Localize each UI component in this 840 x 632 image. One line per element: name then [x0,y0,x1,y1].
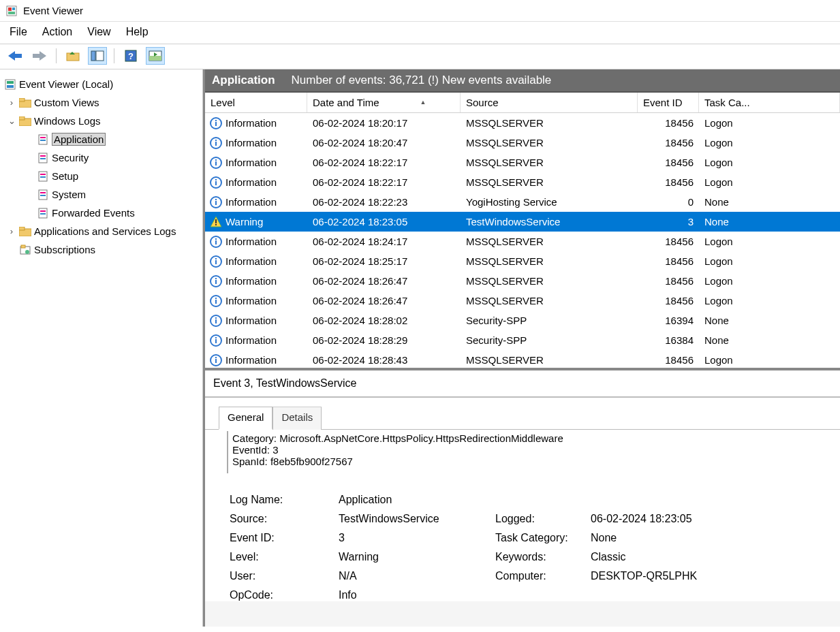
back-button[interactable] [5,47,25,65]
cell-event-id: 16394 [638,315,699,326]
show-tree-button[interactable] [88,47,107,65]
expand-icon[interactable]: › [7,97,16,108]
tree-item[interactable]: Security [1,148,201,167]
svg-rect-73 [215,319,217,323]
expand-icon[interactable]: ⌄ [7,116,16,126]
event-row[interactable]: Information06-02-2024 18:22:17MSSQLSERVE… [205,172,840,192]
svg-rect-47 [215,140,217,141]
message-line: Category: Microsoft.AspNetCore.HttpsPoli… [232,432,840,444]
tree-label: Security [52,152,89,163]
col-task[interactable]: Task Ca... [699,93,840,112]
expand-icon[interactable]: › [7,226,16,236]
label-source: Source: [230,513,339,525]
svg-rect-9 [96,51,104,61]
cell-task: Logon [699,176,840,188]
value-event-id: 3 [339,532,495,544]
tree-item[interactable]: Subscriptions [1,240,201,259]
event-row[interactable]: Information06-02-2024 18:26:47MSSQLSERVE… [205,291,840,311]
event-grid[interactable]: Level Date and Time▲ Source Event ID Tas… [205,93,840,370]
sort-indicator-icon: ▲ [420,99,426,106]
tree-item[interactable]: ›Applications and Services Logs [1,222,201,240]
cell-task: None [699,334,840,346]
menu-file[interactable]: File [10,26,27,38]
window-title: Event Viewer [23,5,83,16]
cell-event-id: 18456 [638,275,699,287]
label-user: User: [230,570,339,582]
label-event-id: Event ID: [230,532,339,544]
info-icon [209,156,223,170]
cell-source: MSSQLSERVER [461,255,638,267]
cell-level: Information [225,334,277,346]
svg-rect-35 [40,210,46,212]
svg-rect-62 [215,238,217,240]
event-row[interactable]: Information06-02-2024 18:20:47MSSQLSERVE… [205,133,840,153]
label-opcode: OpCode: [230,589,339,601]
col-date[interactable]: Date and Time▲ [307,93,461,112]
cell-date: 06-02-2024 18:28:02 [307,315,461,326]
svg-rect-40 [21,245,25,248]
value-keywords: Classic [591,551,768,563]
menu-action[interactable]: Action [42,26,72,38]
cell-source: MSSQLSERVER [461,236,638,247]
forward-button[interactable] [30,47,49,65]
preview-pane-button[interactable] [146,47,165,65]
event-row[interactable]: Information06-02-2024 18:22:23YogiHostin… [205,192,840,212]
cell-level: Information [225,176,277,188]
svg-rect-65 [215,258,217,259]
info-icon [209,255,223,268]
event-row[interactable]: Warning06-02-2024 18:23:05TestWindowsSer… [205,212,840,232]
info-icon [209,314,223,328]
event-row[interactable]: Information06-02-2024 18:25:17MSSQLSERVE… [205,251,840,271]
cell-task: Logon [699,157,840,168]
tab-details[interactable]: Details [273,407,322,430]
event-row[interactable]: Information06-02-2024 18:28:02Security-S… [205,311,840,330]
log-icon [37,133,49,146]
tree-label: System [52,189,86,200]
svg-rect-61 [215,240,217,244]
svg-rect-74 [215,317,217,319]
svg-rect-38 [19,227,25,230]
tree-item[interactable]: System [1,185,201,204]
menu-view[interactable]: View [87,26,110,38]
help-button[interactable]: ? [121,47,140,65]
tree-item[interactable]: ⌄Windows Logs [1,112,201,130]
value-computer: DESKTOP-QR5LPHK [591,570,768,582]
label-logged: Logged: [495,513,591,525]
event-row[interactable]: Information06-02-2024 18:28:43MSSQLSERVE… [205,350,840,370]
svg-rect-64 [215,260,217,264]
tree-item[interactable]: ›Custom Views [1,93,201,112]
cell-date: 06-02-2024 18:24:17 [307,236,461,247]
event-row[interactable]: Information06-02-2024 18:24:17MSSQLSERVE… [205,232,840,251]
svg-rect-24 [40,140,46,141]
tree-label: Subscriptions [34,244,95,255]
cell-event-id: 18456 [638,295,699,306]
cell-date: 06-02-2024 18:20:17 [307,117,461,129]
event-row[interactable]: Information06-02-2024 18:28:29Security-S… [205,330,840,350]
tree-root[interactable]: Event Viewer (Local) [1,75,201,93]
tree-label: Applications and Services Logs [34,225,176,237]
tab-general[interactable]: General [219,407,273,430]
cell-level: Information [225,236,277,247]
event-row[interactable]: Information06-02-2024 18:22:17MSSQLSERVE… [205,153,840,172]
navigation-tree[interactable]: Event Viewer (Local) ›Custom Views⌄Windo… [0,69,203,627]
info-icon [209,294,223,308]
event-row[interactable]: Information06-02-2024 18:20:17MSSQLSERVE… [205,113,840,133]
cell-date: 06-02-2024 18:25:17 [307,255,461,267]
tree-item[interactable]: Application [1,130,201,148]
cell-task: Logon [699,275,840,287]
svg-rect-80 [215,357,217,358]
event-row[interactable]: Information06-02-2024 18:26:47MSSQLSERVE… [205,271,840,291]
message-line: SpanId: f8eb5fb900f27567 [232,456,840,467]
tree-item[interactable]: Forwarded Events [1,204,201,222]
folder-up-button[interactable] [63,47,82,65]
cell-source: MSSQLSERVER [461,137,638,148]
col-source[interactable]: Source [461,93,638,112]
grid-header[interactable]: Level Date and Time▲ Source Event ID Tas… [205,93,840,113]
menu-help[interactable]: Help [126,26,149,38]
log-icon [37,170,49,183]
col-level[interactable]: Level [205,93,307,112]
svg-text:?: ? [128,51,134,61]
tree-item[interactable]: Setup [1,167,201,185]
col-event-id[interactable]: Event ID [638,93,699,112]
svg-rect-13 [149,56,161,61]
